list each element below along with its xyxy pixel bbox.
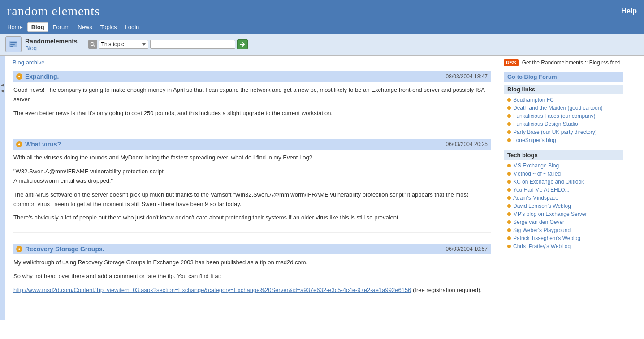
search-input[interactable] — [150, 40, 235, 49]
sidebar-blog-forum[interactable]: Go to Blog Forum — [504, 72, 623, 82]
nav-news[interactable]: News — [74, 23, 96, 31]
link-bullet-icon — [507, 196, 511, 200]
site-info: Randomelements Blog — [5, 36, 78, 52]
sidebar-link-pb-label[interactable]: Party Base (our UK party directory) — [513, 129, 597, 135]
site-logo: random elements — [7, 4, 100, 18]
link-bullet-icon — [507, 180, 511, 184]
svg-rect-3 — [10, 46, 13, 47]
post-recovery-link-p: http://www.msd2d.com/Content/Tip_viewite… — [13, 286, 490, 295]
sidebar-link-death-label[interactable]: Death and the Maiden (good cartoon) — [513, 105, 602, 111]
svg-rect-1 — [10, 42, 17, 43]
post-expanding: ● Expanding. 08/03/2004 18:47 Good news!… — [13, 71, 491, 128]
search-group: This topic — [88, 39, 248, 49]
sidebar-tech-blogs: Tech blogs MS Exchange Blog Method ~ of … — [504, 150, 623, 250]
post-virus-para-1: With all the viruses doing the rounds an… — [13, 153, 490, 163]
sidebar-tech-mp-label[interactable]: MP's blog on Exchange Server — [513, 211, 587, 217]
sidebar-tech-ms-exchange-label[interactable]: MS Exchange Blog — [513, 163, 559, 169]
blog-archive-link[interactable]: Blog archive... — [13, 59, 491, 66]
link-bullet-icon — [507, 188, 511, 192]
search-button[interactable] — [237, 39, 248, 49]
rss-badge: RSS — [504, 59, 519, 66]
sidebar-tech-kc-label[interactable]: KC on Exchange and Outlook — [513, 179, 584, 185]
post-title-expanding[interactable]: Expanding. — [25, 73, 59, 80]
rss-bar: RSS Get the Randomelements :: Blog rss f… — [504, 59, 623, 66]
nav-topics[interactable]: Topics — [97, 23, 121, 31]
sidebar-link-southampton-label[interactable]: Southampton FC — [513, 97, 554, 103]
sidebar-tech-sig-label[interactable]: Sig Weber's Playground — [513, 227, 571, 233]
link-bullet-icon — [507, 106, 511, 110]
post-recovery-url[interactable]: http://www.msd2d.com/Content/Tip_viewite… — [13, 287, 411, 293]
link-bullet-icon — [507, 138, 511, 142]
post-recovery-para-2: So why not head over there and add a com… — [13, 272, 490, 281]
post-header-virus: ● What virus? 06/03/2004 20:25 — [13, 139, 491, 150]
post-virus-para-2: "W32.Swen.A@mm/IFRAME vulnerability prot… — [13, 167, 490, 186]
link-bullet-icon — [507, 164, 511, 167]
sidebar-link-ls-label[interactable]: LoneSniper's blog — [513, 137, 556, 143]
post-recovery-link-suffix: (free registration required). — [411, 287, 482, 293]
nav-login[interactable]: Login — [121, 23, 143, 31]
post-title-recovery[interactable]: Recovery Storage Groups. — [25, 245, 104, 253]
nav-forum[interactable]: Forum — [49, 23, 73, 31]
post-date-recovery: 06/03/2004 10:57 — [446, 246, 488, 252]
blog-links-heading: Blog links — [504, 85, 623, 94]
search-bar: Randomelements Blog This topic — [0, 34, 644, 56]
sidebar-tech-patrick: Patrick Tisseghem's Weblog — [504, 234, 623, 242]
post-virus-para-4: There's obviously a lot of people out th… — [13, 213, 490, 223]
post-what-virus: ● What virus? 06/03/2004 20:25 With all … — [13, 139, 491, 233]
post-date-expanding: 08/03/2004 18:47 — [446, 73, 488, 80]
sidebar-tech-serge-label[interactable]: Serge van den Oever — [513, 219, 564, 225]
sidebar-link-lonesniper: LoneSniper's blog — [504, 136, 623, 144]
sidebar-link-fd-label[interactable]: Funkalicious Design Studio — [513, 121, 578, 127]
rss-label: Get the Randomelements :: Blog rss feed — [522, 60, 621, 66]
post-recovery-para-1: My walkthrough of using Recovery Storage… — [13, 258, 490, 267]
post-body-recovery: My walkthrough of using Recovery Storage… — [13, 258, 491, 295]
post-header-expanding: ● Expanding. 08/03/2004 18:47 — [13, 71, 491, 82]
link-bullet-icon — [507, 122, 511, 126]
post-title-row-virus: ● What virus? — [16, 141, 61, 148]
nav-blog[interactable]: Blog — [27, 22, 48, 32]
svg-point-4 — [91, 43, 94, 46]
post-virus-para-3: The anti-virus software on the server do… — [13, 190, 490, 209]
help-link[interactable]: Help — [621, 7, 637, 15]
sidebar-tech-david-label[interactable]: David Lemson's Weblog — [513, 203, 571, 209]
link-bullet-icon — [507, 212, 511, 216]
tech-blogs-heading: Tech blogs — [504, 150, 623, 160]
link-bullet-icon — [507, 236, 511, 240]
link-bullet-icon — [507, 204, 511, 208]
post-header-recovery: ● Recovery Storage Groups. 06/03/2004 10… — [13, 244, 491, 254]
post-date-virus: 06/03/2004 20:25 — [446, 141, 488, 147]
post-title-virus[interactable]: What virus? — [25, 141, 61, 148]
link-bullet-icon — [507, 220, 511, 224]
link-bullet-icon — [507, 228, 511, 232]
link-bullet-icon — [507, 130, 511, 134]
blog-forum-link[interactable]: Go to Blog Forum — [507, 73, 557, 80]
sidebar-tech-ehlo: You Had Me At EHLO... — [504, 186, 623, 194]
svg-rect-2 — [10, 44, 15, 45]
navigation: Home Blog Forum News Topics Login — [0, 22, 644, 34]
sidebar-link-funkalicious-faces: Funkalicious Faces (our company) — [504, 112, 623, 120]
nav-home[interactable]: Home — [4, 23, 26, 31]
post-bullet-icon-virus: ● — [16, 141, 22, 147]
sidebar-tech-method-label[interactable]: Method ~ of ~ failed — [513, 171, 561, 177]
sidebar-tech-chris-label[interactable]: Chris_Pratley's WebLog — [513, 243, 571, 249]
site-details: Randomelements Blog — [25, 38, 78, 51]
search-scope-select[interactable]: This topic — [99, 40, 148, 49]
sidebar-link-ff-label[interactable]: Funkalicious Faces (our company) — [513, 113, 595, 119]
link-bullet-icon — [507, 245, 511, 248]
post-para-2: The even better news is that it's only g… — [13, 109, 490, 118]
post-bullet-icon-recovery: ● — [16, 246, 22, 252]
post-title-row: ● Expanding. — [16, 73, 59, 80]
post-title-row-recovery: ● Recovery Storage Groups. — [16, 245, 104, 253]
sidebar-tech-adam-label[interactable]: Adam's Mindspace — [513, 195, 558, 201]
sidebar-link-southampton: Southampton FC — [504, 96, 623, 104]
sidebar-tech-ehlo-label[interactable]: You Had Me At EHLO... — [513, 187, 570, 193]
sidebar-tech-mp: MP's blog on Exchange Server — [504, 210, 623, 218]
sidebar-tech-patrick-label[interactable]: Patrick Tisseghem's Weblog — [513, 235, 580, 241]
left-collapse-handle[interactable]: ◀ ◀ — [0, 56, 5, 320]
sidebar-link-funkalicious-design: Funkalicious Design Studio — [504, 120, 623, 128]
main-content: Blog archive... ● Expanding. 08/03/2004 … — [5, 56, 498, 320]
sidebar-tech-kc: KC on Exchange and Outlook — [504, 178, 623, 186]
site-icon — [5, 36, 22, 52]
post-body-virus: With all the viruses doing the rounds an… — [13, 153, 491, 223]
sidebar-tech-method: Method ~ of ~ failed — [504, 170, 623, 178]
